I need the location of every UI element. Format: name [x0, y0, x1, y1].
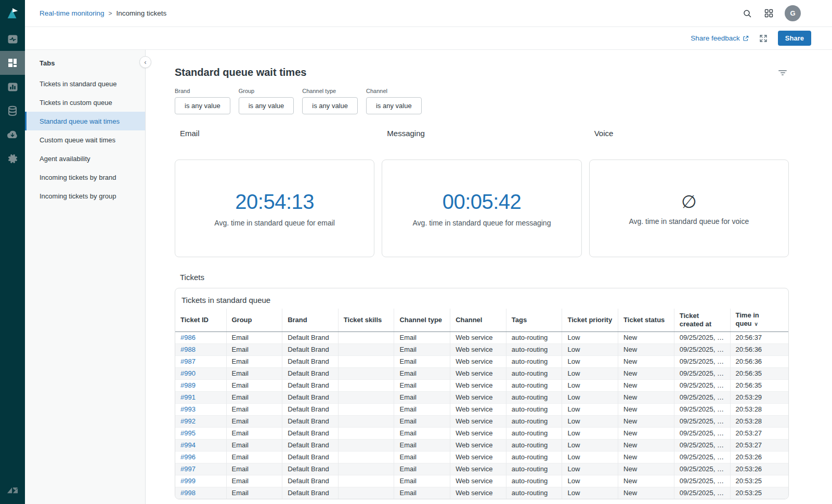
cell-brand: Default Brand [282, 415, 339, 427]
filter-funnel-icon[interactable] [776, 68, 789, 77]
tabs-panel: ‹ Tabs Tickets in standard queueTickets … [25, 50, 146, 504]
metric-empty-icon: ∅ [681, 191, 697, 212]
column-header-ticket-skills[interactable]: Ticket skills [338, 309, 394, 331]
column-header-time-in-queu[interactable]: Time in queu∨ [730, 309, 788, 331]
cell-channel-type: Email [394, 451, 450, 463]
apps-grid-icon[interactable] [763, 8, 774, 19]
visualizations-icon[interactable] [0, 75, 25, 99]
metric-caption: Avg. time in standard queue for voice [629, 217, 749, 226]
main-content: Standard queue wait times Brandis any va… [146, 50, 832, 504]
column-header-tags[interactable]: Tags [506, 309, 562, 331]
table-row: #995EmailDefault BrandEmailWeb serviceau… [175, 427, 788, 439]
filter-value-button[interactable]: is any value [302, 97, 358, 114]
column-header-ticket-id[interactable]: Ticket ID [175, 309, 226, 331]
cell-ticket-priority: Low [562, 367, 618, 379]
share-feedback-link[interactable]: Share feedback [691, 34, 749, 42]
column-header-brand[interactable]: Brand [282, 309, 339, 331]
tab-item[interactable]: Standard queue wait times [25, 112, 145, 130]
ticket-link[interactable]: #998 [180, 489, 196, 497]
cell-ticket-skills [338, 367, 394, 379]
column-header-channel-type[interactable]: Channel type [394, 309, 450, 331]
share-button[interactable]: Share [778, 31, 811, 46]
tab-item[interactable]: Agent availability [25, 149, 145, 168]
tab-item[interactable]: Incoming tickets by brand [25, 168, 145, 187]
cell-brand: Default Brand [282, 463, 339, 475]
filter-value-button[interactable]: is any value [366, 97, 422, 114]
cell-group: Email [226, 463, 282, 475]
cell-channel-type: Email [394, 463, 450, 475]
ticket-link[interactable]: #991 [180, 393, 196, 401]
cell-channel: Web service [450, 343, 506, 355]
avatar[interactable]: G [785, 5, 801, 21]
ticket-link[interactable]: #987 [180, 357, 196, 365]
cell-channel: Web service [450, 451, 506, 463]
cell-ticket-priority: Low [562, 403, 618, 415]
filters-row: Brandis any valueGroupis any valueChanne… [175, 88, 789, 114]
filter: Groupis any value [239, 88, 294, 114]
ticket-link[interactable]: #990 [180, 369, 196, 377]
cell-ticket-status: New [618, 403, 674, 415]
filter-value-button[interactable]: is any value [175, 97, 230, 114]
ticket-link[interactable]: #994 [180, 441, 196, 449]
exports-icon[interactable] [0, 123, 25, 147]
tab-item[interactable]: Custom queue wait times [25, 130, 145, 149]
cell-channel-type: Email [394, 367, 450, 379]
cell-ticket-skills [338, 463, 394, 475]
ticket-link[interactable]: #995 [180, 429, 196, 437]
collapse-panel-button[interactable]: ‹ [139, 56, 151, 68]
ticket-link[interactable]: #997 [180, 465, 196, 473]
cell-brand: Default Brand [282, 403, 339, 415]
column-header-ticket-priority[interactable]: Ticket priority [562, 309, 618, 331]
settings-icon[interactable] [0, 147, 25, 170]
cell-channel-type: Email [394, 427, 450, 439]
tickets-section: Tickets Tickets in standard queue Ticket… [175, 273, 789, 499]
cell-time-in-queue: 20:53:27 [730, 439, 788, 451]
ticket-link[interactable]: #989 [180, 381, 196, 389]
filter-label: Channel type [302, 88, 358, 94]
ticket-link[interactable]: #986 [180, 334, 196, 341]
dashboards-icon[interactable] [0, 51, 25, 75]
cell-ticket-created-at: 09/25/2025, … [674, 439, 730, 451]
breadcrumb-section-link[interactable]: Real-time monitoring [40, 9, 105, 17]
tab-item[interactable]: Tickets in standard queue [25, 74, 145, 93]
cell-ticket-id: #997 [175, 463, 226, 475]
tab-item[interactable]: Incoming tickets by group [25, 187, 145, 205]
cell-brand: Default Brand [282, 391, 339, 403]
explore-logo[interactable] [0, 0, 25, 27]
fullscreen-icon[interactable] [758, 33, 769, 44]
ticket-link[interactable]: #992 [180, 417, 196, 425]
cell-channel-type: Email [394, 415, 450, 427]
tabs-panel-title: Tabs [25, 50, 145, 74]
ticket-link[interactable]: #999 [180, 477, 196, 485]
cell-tags: auto-routing [506, 475, 562, 487]
cell-tags: auto-routing [506, 379, 562, 391]
search-icon[interactable] [742, 8, 753, 19]
tab-item[interactable]: Tickets in custom queue [25, 93, 145, 112]
column-header-group[interactable]: Group [226, 309, 282, 331]
cell-ticket-status: New [618, 391, 674, 403]
filter-value-button[interactable]: is any value [239, 97, 294, 114]
zendesk-logo [0, 475, 25, 504]
table-row: #986EmailDefault BrandEmailWeb serviceau… [175, 331, 788, 343]
filter: Brandis any value [175, 88, 230, 114]
ticket-link[interactable]: #988 [180, 346, 196, 353]
cell-tags: auto-routing [506, 451, 562, 463]
cell-ticket-priority: Low [562, 487, 618, 499]
column-header-ticket-created-at[interactable]: Ticket created at [674, 309, 730, 331]
filter-label: Channel [366, 88, 422, 94]
cell-ticket-id: #986 [175, 331, 226, 343]
cell-tags: auto-routing [506, 487, 562, 499]
cell-channel-type: Email [394, 331, 450, 343]
cell-channel: Web service [450, 439, 506, 451]
column-header-ticket-status[interactable]: Ticket status [618, 309, 674, 331]
ticket-link[interactable]: #993 [180, 405, 196, 413]
column-header-channel[interactable]: Channel [450, 309, 506, 331]
datasets-icon[interactable] [0, 99, 25, 123]
cell-channel: Web service [450, 331, 506, 343]
metric-value: 20:54:13 [235, 190, 314, 214]
dashboard-toolbar: Share feedback Share [25, 27, 832, 50]
ticket-link[interactable]: #996 [180, 453, 196, 461]
cell-time-in-queue: 20:56:36 [730, 343, 788, 355]
cell-ticket-priority: Low [562, 355, 618, 367]
reports-icon[interactable] [0, 27, 25, 51]
